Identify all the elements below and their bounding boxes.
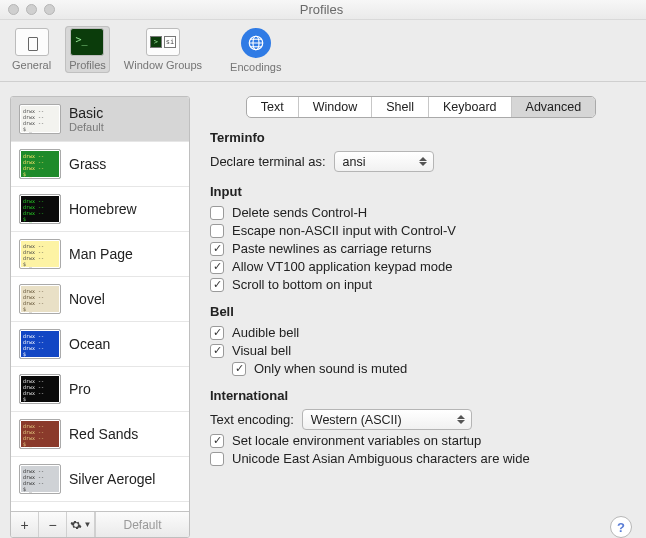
declare-terminal-value: ansi — [343, 155, 366, 169]
profile-tabs: Text Window Shell Keyboard Advanced — [246, 96, 596, 118]
chevron-down-icon: ▼ — [84, 520, 92, 529]
profile-row[interactable]: drwx --drwx --drwx --$ _Red Sands — [11, 412, 189, 457]
profile-name: Basic — [69, 105, 104, 121]
titlebar: Profiles — [0, 0, 646, 20]
profile-actions-menu[interactable]: ▼ — [67, 512, 95, 537]
tab-window-groups-label: Window Groups — [124, 59, 202, 71]
text-encoding-label: Text encoding: — [210, 412, 294, 427]
text-encoding-select[interactable]: Western (ASCII) — [302, 409, 472, 430]
tab-text[interactable]: Text — [247, 97, 299, 117]
tab-general-label: General — [12, 59, 51, 71]
close-window-icon[interactable] — [8, 4, 19, 15]
settings-panel: Text Window Shell Keyboard Advanced Term… — [206, 96, 636, 538]
vt100-label: Allow VT100 application keypad mode — [232, 259, 452, 274]
profile-thumbnail: drwx --drwx --drwx --$ _ — [19, 374, 61, 404]
advanced-form: Terminfo Declare terminal as: ansi Input… — [206, 118, 636, 469]
profile-thumbnail: drwx --drwx --drwx --$ _ — [19, 239, 61, 269]
profiles-icon — [70, 28, 104, 56]
set-locale-label: Set locale environment variables on star… — [232, 433, 481, 448]
paste-cr-label: Paste newlines as carriage returns — [232, 241, 431, 256]
profile-row[interactable]: drwx --drwx --drwx --$ _BasicDefault — [11, 97, 189, 142]
tab-general[interactable]: General — [8, 26, 55, 73]
profile-name: Homebrew — [69, 201, 137, 217]
tab-encodings[interactable]: Encodings — [226, 26, 285, 75]
audible-bell-checkbox[interactable] — [210, 326, 224, 340]
profiles-list[interactable]: drwx --drwx --drwx --$ _BasicDefaultdrwx… — [11, 97, 189, 511]
add-profile-button[interactable]: + — [11, 512, 39, 537]
profile-row[interactable]: drwx --drwx --drwx --$ _Novel — [11, 277, 189, 322]
encodings-icon — [241, 28, 271, 58]
bell-heading: Bell — [210, 304, 628, 319]
profile-thumbnail: drwx --drwx --drwx --$ _ — [19, 464, 61, 494]
traffic-lights — [8, 4, 55, 15]
visual-bell-label: Visual bell — [232, 343, 291, 358]
delete-ctrlh-checkbox[interactable] — [210, 206, 224, 220]
paste-cr-checkbox[interactable] — [210, 242, 224, 256]
scroll-bottom-checkbox[interactable] — [210, 278, 224, 292]
profile-thumbnail: drwx --drwx --drwx --$ _ — [19, 104, 61, 134]
help-button[interactable]: ? — [610, 516, 632, 538]
tab-keyboard[interactable]: Keyboard — [429, 97, 512, 117]
profiles-panel: drwx --drwx --drwx --$ _BasicDefaultdrwx… — [10, 96, 190, 538]
general-icon — [15, 28, 49, 56]
profiles-footer: + − ▼ Default — [11, 511, 189, 537]
profile-row[interactable]: drwx --drwx --drwx --$ _Man Page — [11, 232, 189, 277]
set-default-button[interactable]: Default — [95, 512, 189, 537]
profile-thumbnail: drwx --drwx --drwx --$ _ — [19, 419, 61, 449]
east-asian-label: Unicode East Asian Ambiguous characters … — [232, 451, 530, 466]
input-heading: Input — [210, 184, 628, 199]
escape-nonascii-label: Escape non-ASCII input with Control-V — [232, 223, 456, 238]
profile-name: Silver Aerogel — [69, 471, 155, 487]
visual-bell-checkbox[interactable] — [210, 344, 224, 358]
profile-thumbnail: drwx --drwx --drwx --$ _ — [19, 194, 61, 224]
delete-ctrlh-label: Delete sends Control-H — [232, 205, 367, 220]
profile-name: Red Sands — [69, 426, 138, 442]
tab-window-groups[interactable]: >si Window Groups — [120, 26, 206, 73]
profile-thumbnail: drwx --drwx --drwx --$ _ — [19, 149, 61, 179]
window-title: Profiles — [55, 2, 588, 17]
profile-row[interactable]: drwx --drwx --drwx --$ _Grass — [11, 142, 189, 187]
minimize-window-icon[interactable] — [26, 4, 37, 15]
escape-nonascii-checkbox[interactable] — [210, 224, 224, 238]
profile-name: Grass — [69, 156, 106, 172]
profile-thumbnail: drwx --drwx --drwx --$ _ — [19, 284, 61, 314]
only-muted-label: Only when sound is muted — [254, 361, 407, 376]
window-groups-icon: >si — [146, 28, 180, 56]
profile-name: Man Page — [69, 246, 133, 262]
profile-subtitle: Default — [69, 121, 104, 134]
terminfo-heading: Terminfo — [210, 130, 628, 145]
east-asian-checkbox[interactable] — [210, 452, 224, 466]
international-heading: International — [210, 388, 628, 403]
tab-profiles[interactable]: Profiles — [65, 26, 110, 73]
audible-bell-label: Audible bell — [232, 325, 299, 340]
tab-advanced[interactable]: Advanced — [512, 97, 596, 117]
profile-name: Pro — [69, 381, 91, 397]
declare-terminal-select[interactable]: ansi — [334, 151, 434, 172]
profile-row[interactable]: drwx --drwx --drwx --$ _Silver Aerogel — [11, 457, 189, 502]
profile-row[interactable]: drwx --drwx --drwx --$ _Ocean — [11, 322, 189, 367]
gear-icon — [70, 519, 82, 531]
tab-encodings-label: Encodings — [230, 61, 281, 73]
declare-terminal-label: Declare terminal as: — [210, 154, 326, 169]
remove-profile-button[interactable]: − — [39, 512, 67, 537]
set-locale-checkbox[interactable] — [210, 434, 224, 448]
profile-thumbnail: drwx --drwx --drwx --$ _ — [19, 329, 61, 359]
tab-profiles-label: Profiles — [69, 59, 106, 71]
body: drwx --drwx --drwx --$ _BasicDefaultdrwx… — [0, 82, 646, 538]
tab-window[interactable]: Window — [299, 97, 372, 117]
text-encoding-value: Western (ASCII) — [311, 413, 402, 427]
profile-row[interactable]: drwx --drwx --drwx --$ _Homebrew — [11, 187, 189, 232]
zoom-window-icon[interactable] — [44, 4, 55, 15]
profile-name: Ocean — [69, 336, 110, 352]
only-muted-checkbox[interactable] — [232, 362, 246, 376]
tab-shell[interactable]: Shell — [372, 97, 429, 117]
toolbar: General Profiles >si Window Groups Encod… — [0, 20, 646, 82]
profile-name: Novel — [69, 291, 105, 307]
scroll-bottom-label: Scroll to bottom on input — [232, 277, 372, 292]
profile-row[interactable]: drwx --drwx --drwx --$ _Pro — [11, 367, 189, 412]
vt100-checkbox[interactable] — [210, 260, 224, 274]
